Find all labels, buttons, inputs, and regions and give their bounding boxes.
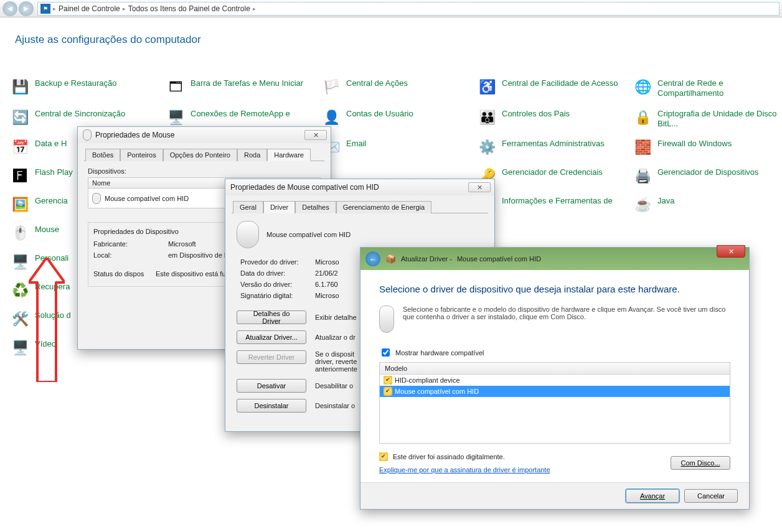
- control-panel-item[interactable]: 🔑Gerenciador de Credenciais: [477, 166, 629, 186]
- cp-item-label: Backup e Restauração: [35, 77, 117, 88]
- uninstall-button[interactable]: Desinstalar: [237, 399, 306, 413]
- control-panel-item[interactable]: ♿Central de Facilidade de Acesso: [477, 77, 629, 99]
- tab-ponteiros[interactable]: Ponteiros: [120, 149, 163, 161]
- cp-item-icon: 🧱: [633, 138, 652, 157]
- driver-version-value: 6.1.760: [315, 281, 338, 288]
- status-value: Este dispositivo está funci: [156, 270, 235, 278]
- cancel-button[interactable]: Cancelar: [684, 489, 738, 503]
- control-panel-item[interactable]: ✉️Email: [321, 138, 473, 157]
- control-panel-item[interactable]: 👤Contas de Usuário: [321, 108, 473, 129]
- mouse-icon: [237, 221, 259, 248]
- maker-label: Fabricante:: [93, 240, 168, 248]
- cp-item-icon: 🔄: [10, 108, 30, 128]
- breadcrumb-1[interactable]: Painel de Controle: [59, 4, 120, 13]
- driver-date-label: Data do driver:: [240, 269, 315, 277]
- wizard-instructions: Selecione o fabricante e o modelo do dis…: [403, 306, 730, 333]
- next-button[interactable]: Avançar: [626, 489, 679, 503]
- tabs: BotõesPonteirosOpções do PonteiroRodaHar…: [84, 148, 324, 161]
- chevron-right-icon: ▸: [253, 6, 256, 12]
- control-panel-item[interactable]: ⚙️Ferramentas Administrativas: [477, 138, 629, 157]
- back-button[interactable]: ←: [365, 251, 380, 266]
- status-label: Status do dispos: [93, 270, 156, 278]
- breadcrumb-2[interactable]: Todos os Itens do Painel de Controle: [128, 4, 250, 13]
- cp-item-label: Personali: [35, 252, 68, 263]
- control-panel-item[interactable]: 🧱Firewall do Windows: [633, 138, 782, 157]
- control-panel-item[interactable]: 🗔Barra de Tarefas e Menu Iniciar: [166, 77, 318, 99]
- control-panel-item[interactable]: 👪Controles dos Pais: [477, 108, 629, 129]
- model-label: HID-compliant device: [395, 376, 460, 384]
- show-compat-label: Mostrar hardware compatível: [395, 349, 484, 357]
- control-panel-item[interactable]: 🌐Central de Rede e Compartilhamento: [633, 77, 782, 99]
- mouse-icon: [92, 193, 101, 204]
- address-bar[interactable]: ⚑ ▸ Painel de Controle ▸ Todos os Itens …: [37, 2, 780, 16]
- cert-icon: ✔: [379, 452, 388, 461]
- cp-item-icon: 🛠️: [10, 309, 30, 329]
- wizard-title-prefix: Atualizar Driver -: [401, 255, 452, 263]
- model-item[interactable]: ✔ HID-compliant device: [380, 375, 730, 386]
- have-disk-button[interactable]: Com Disco...: [671, 456, 730, 470]
- cp-item-label: Ferramentas Administrativas: [502, 138, 605, 149]
- wizard-title-device: Mouse compatível com HID: [457, 255, 541, 263]
- close-button[interactable]: ✕: [717, 245, 745, 258]
- cp-item-icon: ♻️: [10, 281, 30, 301]
- tab-botões[interactable]: Botões: [85, 149, 120, 161]
- cp-item-icon: 🔒: [633, 108, 652, 128]
- cp-item-label: Central de Facilidade de Acesso: [502, 77, 618, 88]
- cp-item-icon: 🏳️: [321, 77, 341, 97]
- cp-item-icon: ☕: [633, 195, 652, 215]
- control-panel-item[interactable]: 🏳️Central de Ações: [321, 77, 473, 99]
- revert-driver-desc: Se o disposit driver, reverte anteriorme…: [315, 350, 357, 373]
- signed-help-link[interactable]: Explique-me por que a assinatura de driv…: [379, 466, 550, 474]
- forward-button[interactable]: ►: [19, 1, 34, 16]
- close-button[interactable]: ✕: [468, 182, 491, 192]
- tab-opções-do-ponteiro[interactable]: Opções do Ponteiro: [163, 149, 237, 161]
- dialog-titlebar: Propriedades de Mouse compatível com HID…: [225, 179, 494, 195]
- provider-label: Provedor do driver:: [240, 258, 315, 266]
- update-driver-button[interactable]: Atualizar Driver...: [237, 330, 306, 344]
- cp-item-icon: 🖥️: [10, 338, 30, 358]
- model-item-selected[interactable]: ✔ Mouse compatível com HID: [380, 386, 730, 397]
- cp-item-label: Data e H: [35, 138, 67, 149]
- show-compat-checkbox[interactable]: [382, 348, 390, 357]
- control-panel-item[interactable]: 🖥️Conexões de RemoteApp e: [166, 108, 318, 129]
- cp-item-label: Mouse: [35, 223, 59, 235]
- cp-item-label: Criptografia de Unidade de Disco BitL...: [657, 108, 782, 129]
- cp-item-icon: ⚙️: [477, 138, 497, 157]
- update-driver-desc: Atualizar o dr: [315, 334, 356, 341]
- cp-item-label: Flash Play: [35, 166, 73, 177]
- tab-roda[interactable]: Roda: [237, 149, 267, 161]
- dialog-titlebar: Propriedades de Mouse ✕: [78, 127, 331, 143]
- cp-item-label: Gerencia: [35, 195, 68, 206]
- back-button[interactable]: ◄: [2, 1, 17, 16]
- tab-driver[interactable]: Driver: [263, 201, 295, 213]
- cp-item-label: Contas de Usuário: [346, 108, 413, 119]
- cp-item-label: Informações e Ferramentas de: [502, 195, 613, 206]
- disable-desc: Desabilitar o: [315, 382, 353, 390]
- control-panel-item[interactable]: 🔒Criptografia de Unidade de Disco BitL..…: [633, 108, 782, 129]
- revert-driver-button[interactable]: Reverter Driver: [237, 350, 306, 364]
- cp-item-label: Barra de Tarefas e Menu Iniciar: [191, 77, 303, 88]
- tab-hardware[interactable]: Hardware: [267, 149, 311, 161]
- wizard-icon: 📦: [385, 254, 396, 264]
- provider-value: Microso: [315, 258, 339, 266]
- tab-detalhes[interactable]: Detalhes: [295, 201, 336, 213]
- tab-gerenciamento-de-energia[interactable]: Gerenciamento de Energia: [336, 201, 431, 213]
- control-panel-item[interactable]: 🔄Central de Sincronização: [10, 108, 162, 129]
- disable-button[interactable]: Desativar: [237, 379, 306, 393]
- tab-geral[interactable]: Geral: [233, 201, 263, 213]
- driver-details-desc: Exibir detalhe: [315, 314, 357, 321]
- cp-item-label: Gerenciador de Dispositivos: [657, 166, 759, 177]
- wizard-heading: Selecione o driver de dispositivo que de…: [379, 284, 730, 294]
- close-button[interactable]: ✕: [304, 130, 327, 140]
- cp-item-label: Conexões de RemoteApp e: [191, 108, 290, 119]
- control-panel-item[interactable]: 🖨️Gerenciador de Dispositivos: [633, 166, 782, 186]
- signed-message: Este driver foi assinado digitalmente.: [393, 453, 505, 460]
- driver-details-button[interactable]: Detalhes do Driver: [237, 310, 306, 324]
- cp-item-icon: 💾: [10, 77, 30, 97]
- maker-value: Microsoft: [168, 240, 196, 248]
- cp-item-icon: 🅵: [10, 166, 30, 186]
- control-panel-item[interactable]: ☕Java: [633, 195, 782, 215]
- control-panel-item[interactable]: 💾Backup e Restauração: [10, 77, 162, 99]
- control-panel-item[interactable]: ℹ️Informações e Ferramentas de: [477, 195, 629, 215]
- model-header: Modelo: [380, 363, 730, 375]
